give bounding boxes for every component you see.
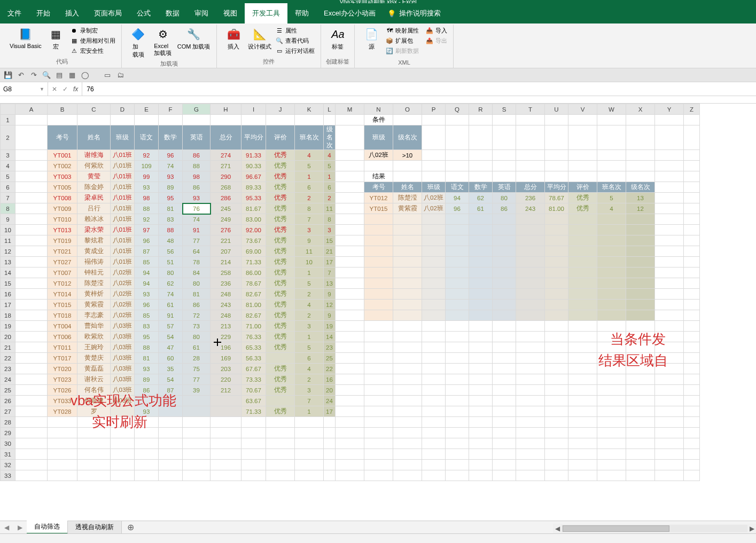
cell-K12[interactable]: 11 — [295, 246, 324, 257]
cell-U3[interactable] — [545, 150, 568, 161]
cell-P15[interactable] — [422, 278, 446, 289]
cell-Z16[interactable] — [684, 289, 700, 300]
cell-J12[interactable]: 优秀 — [266, 246, 295, 257]
cell-A3[interactable] — [15, 150, 48, 161]
export-button[interactable]: 📤导出 — [424, 36, 449, 45]
excel-addins-button[interactable]: ⚙Excel 加载项 — [151, 26, 175, 58]
cell-H20[interactable]: 229 — [211, 332, 241, 342]
cell-Y7[interactable] — [655, 193, 684, 203]
cell-X2[interactable] — [626, 125, 655, 150]
cell-I19[interactable]: 71.00 — [241, 321, 266, 332]
cell-C15[interactable]: 陈楚滢 — [77, 278, 111, 289]
cell-H5[interactable]: 290 — [211, 171, 241, 182]
cell-T9[interactable] — [516, 214, 545, 225]
cell-O5[interactable] — [393, 171, 422, 182]
cell-Z24[interactable] — [684, 374, 700, 385]
cell-V30[interactable] — [568, 438, 597, 449]
cell-C8[interactable]: 吕行 — [77, 203, 111, 214]
cell-F15[interactable]: 62 — [159, 278, 183, 289]
cell-A1[interactable] — [15, 115, 48, 125]
cell-K11[interactable]: 9 — [295, 235, 324, 246]
cell-K18[interactable]: 2 — [295, 310, 324, 321]
row-header-26[interactable]: 26 — [1, 396, 15, 406]
cell-N7[interactable]: YT012 — [364, 193, 393, 203]
import-button[interactable]: 📥导入 — [424, 26, 449, 35]
cell-S17[interactable] — [493, 300, 516, 310]
cell-S15[interactable] — [493, 278, 516, 289]
cell-B25[interactable]: YT026 — [48, 385, 77, 396]
cell-F4[interactable]: 74 — [159, 161, 183, 171]
cell-X30[interactable] — [626, 438, 655, 449]
cell-C30[interactable] — [77, 438, 111, 449]
cell-R27[interactable] — [469, 406, 493, 417]
cell-H23[interactable]: 203 — [211, 364, 241, 374]
tab-formulas[interactable]: 公式 — [129, 3, 158, 23]
cell-P1[interactable] — [422, 115, 446, 125]
row-header-11[interactable]: 11 — [1, 235, 15, 246]
cell-V12[interactable] — [568, 246, 597, 257]
cell-P16[interactable] — [422, 289, 446, 300]
col-header-Y[interactable]: Y — [655, 104, 684, 115]
cell-J2[interactable]: 评价 — [266, 125, 295, 150]
cell-J10[interactable]: 优秀 — [266, 225, 295, 235]
cell-L14[interactable]: 7 — [324, 267, 336, 278]
cell-I28[interactable] — [241, 417, 266, 428]
tell-me-search[interactable]: 💡 操作说明搜索 — [387, 9, 441, 18]
cell-U30[interactable] — [545, 438, 568, 449]
cell-Z26[interactable] — [684, 396, 700, 406]
cell-F26[interactable] — [159, 396, 183, 406]
cell-V19[interactable] — [568, 321, 597, 332]
col-header-G[interactable]: G — [183, 104, 211, 115]
cell-Q28[interactable] — [446, 417, 469, 428]
cell-C28[interactable] — [77, 417, 111, 428]
cell-W3[interactable] — [597, 150, 626, 161]
cell-P12[interactable] — [422, 246, 446, 257]
cell-P33[interactable] — [422, 470, 446, 481]
cell-B23[interactable]: YT020 — [48, 364, 77, 374]
cell-M3[interactable] — [336, 150, 364, 161]
cell-P28[interactable] — [422, 417, 446, 428]
cell-U20[interactable] — [545, 332, 568, 342]
cell-G10[interactable]: 91 — [183, 225, 211, 235]
namebox-dropdown-icon[interactable]: ▼ — [40, 86, 44, 92]
cell-G2[interactable]: 英语 — [183, 125, 211, 150]
cell-L20[interactable]: 14 — [324, 332, 336, 342]
cell-Y8[interactable] — [655, 203, 684, 214]
cell-Q14[interactable] — [446, 267, 469, 278]
cell-E9[interactable]: 92 — [135, 214, 159, 225]
cell-S25[interactable] — [493, 385, 516, 396]
cell-Q26[interactable] — [446, 396, 469, 406]
cell-V11[interactable] — [568, 235, 597, 246]
cell-V8[interactable]: 优秀 — [568, 203, 597, 214]
cell-R18[interactable] — [469, 310, 493, 321]
cell-W18[interactable] — [597, 310, 626, 321]
cell-H14[interactable]: 258 — [211, 267, 241, 278]
cell-D22[interactable]: 八03班 — [111, 353, 135, 364]
cell-W22[interactable] — [597, 353, 626, 364]
cell-X14[interactable] — [626, 267, 655, 278]
cell-I25[interactable]: 70.67 — [241, 385, 266, 396]
cell-F12[interactable]: 56 — [159, 246, 183, 257]
cell-C29[interactable] — [77, 428, 111, 438]
cell-J33[interactable] — [266, 470, 295, 481]
cell-M33[interactable] — [336, 470, 364, 481]
cell-J28[interactable] — [266, 417, 295, 428]
cell-O11[interactable] — [393, 235, 422, 246]
cell-Q10[interactable] — [446, 225, 469, 235]
cell-W19[interactable] — [597, 321, 626, 332]
cell-V29[interactable] — [568, 428, 597, 438]
cell-I1[interactable] — [241, 115, 266, 125]
cell-P31[interactable] — [422, 449, 446, 460]
cell-J21[interactable]: 优秀 — [266, 342, 295, 353]
cell-M4[interactable] — [336, 161, 364, 171]
cell-Q27[interactable] — [446, 406, 469, 417]
cell-H22[interactable]: 169 — [211, 353, 241, 364]
cell-M12[interactable] — [336, 246, 364, 257]
cell-J6[interactable]: 优秀 — [266, 182, 295, 193]
cell-Z27[interactable] — [684, 406, 700, 417]
cell-L27[interactable]: 17 — [324, 406, 336, 417]
cell-M7[interactable] — [336, 193, 364, 203]
cell-I26[interactable]: 63.67 — [241, 396, 266, 406]
cell-Q2[interactable] — [446, 125, 469, 150]
cell-X10[interactable] — [626, 225, 655, 235]
